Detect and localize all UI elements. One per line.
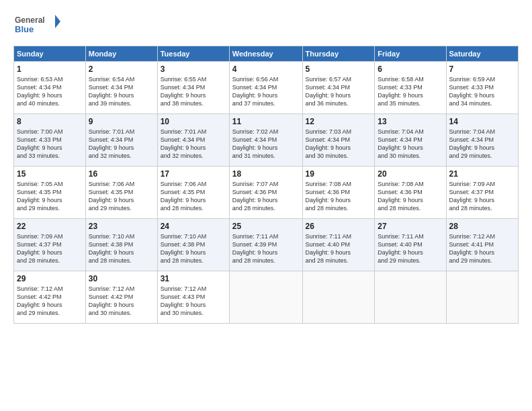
day-info: Sunrise: 7:08 AM Sunset: 4:36 PM Dayligh…	[378, 180, 443, 213]
day-number: 24	[161, 222, 226, 231]
svg-text:General: General	[15, 15, 45, 25]
day-cell: 12Sunrise: 7:03 AM Sunset: 4:34 PM Dayli…	[302, 114, 375, 167]
day-number: 6	[378, 64, 443, 74]
day-info: Sunrise: 6:59 AM Sunset: 4:33 PM Dayligh…	[449, 75, 515, 108]
logo-svg: General Blue	[13, 12, 60, 39]
col-header-friday: Friday	[375, 46, 446, 62]
col-header-saturday: Saturday	[446, 46, 518, 62]
day-cell	[229, 271, 302, 324]
week-row-2: 8Sunrise: 7:00 AM Sunset: 4:33 PM Daylig…	[14, 114, 519, 167]
day-cell: 21Sunrise: 7:09 AM Sunset: 4:37 PM Dayli…	[446, 167, 518, 219]
calendar-body: 1Sunrise: 6:53 AM Sunset: 4:34 PM Daylig…	[14, 62, 519, 324]
header-row: SundayMondayTuesdayWednesdayThursdayFrid…	[14, 46, 519, 62]
day-cell: 16Sunrise: 7:06 AM Sunset: 4:35 PM Dayli…	[85, 167, 157, 219]
day-info: Sunrise: 7:03 AM Sunset: 4:34 PM Dayligh…	[306, 128, 372, 161]
day-info: Sunrise: 7:12 AM Sunset: 4:41 PM Dayligh…	[449, 232, 515, 265]
day-info: Sunrise: 7:01 AM Sunset: 4:34 PM Dayligh…	[161, 128, 226, 161]
day-info: Sunrise: 7:11 AM Sunset: 4:39 PM Dayligh…	[232, 232, 300, 265]
day-cell: 11Sunrise: 7:02 AM Sunset: 4:34 PM Dayli…	[229, 114, 302, 167]
day-cell: 18Sunrise: 7:07 AM Sunset: 4:36 PM Dayli…	[229, 167, 302, 219]
day-info: Sunrise: 7:06 AM Sunset: 4:35 PM Dayligh…	[89, 180, 154, 213]
day-number: 22	[17, 222, 83, 231]
day-cell	[302, 271, 375, 324]
day-number: 13	[378, 117, 443, 126]
day-cell: 17Sunrise: 7:06 AM Sunset: 4:35 PM Dayli…	[157, 167, 229, 219]
week-row-3: 15Sunrise: 7:05 AM Sunset: 4:35 PM Dayli…	[14, 167, 519, 219]
col-header-tuesday: Tuesday	[157, 46, 229, 62]
day-info: Sunrise: 6:54 AM Sunset: 4:34 PM Dayligh…	[89, 75, 154, 108]
svg-marker-2	[55, 15, 60, 28]
day-number: 31	[161, 274, 226, 283]
day-info: Sunrise: 7:00 AM Sunset: 4:33 PM Dayligh…	[17, 128, 83, 161]
day-cell: 19Sunrise: 7:08 AM Sunset: 4:36 PM Dayli…	[302, 167, 375, 219]
day-number: 10	[161, 117, 226, 126]
day-info: Sunrise: 6:53 AM Sunset: 4:34 PM Dayligh…	[17, 75, 83, 108]
day-cell: 9Sunrise: 7:01 AM Sunset: 4:34 PM Daylig…	[85, 114, 157, 167]
day-info: Sunrise: 7:12 AM Sunset: 4:42 PM Dayligh…	[17, 285, 83, 318]
day-number: 18	[232, 169, 300, 179]
week-row-4: 22Sunrise: 7:09 AM Sunset: 4:37 PM Dayli…	[14, 219, 519, 271]
day-number: 25	[232, 222, 300, 231]
day-number: 19	[306, 169, 372, 179]
day-number: 15	[17, 169, 83, 179]
day-cell: 28Sunrise: 7:12 AM Sunset: 4:41 PM Dayli…	[446, 219, 518, 271]
day-info: Sunrise: 7:12 AM Sunset: 4:43 PM Dayligh…	[161, 285, 226, 318]
day-number: 23	[89, 222, 154, 231]
day-info: Sunrise: 7:06 AM Sunset: 4:35 PM Dayligh…	[161, 180, 226, 213]
day-cell: 30Sunrise: 7:12 AM Sunset: 4:42 PM Dayli…	[85, 271, 157, 324]
day-number: 30	[89, 274, 154, 283]
day-cell: 25Sunrise: 7:11 AM Sunset: 4:39 PM Dayli…	[229, 219, 302, 271]
calendar-table: SundayMondayTuesdayWednesdayThursdayFrid…	[13, 46, 519, 324]
page: General Blue SundayMondayTuesdayWednesda…	[0, 0, 532, 411]
day-number: 12	[306, 117, 372, 126]
header: General Blue	[13, 12, 519, 39]
day-number: 11	[232, 117, 300, 126]
day-info: Sunrise: 7:04 AM Sunset: 4:34 PM Dayligh…	[449, 128, 515, 161]
logo: General Blue	[13, 12, 60, 39]
day-cell: 15Sunrise: 7:05 AM Sunset: 4:35 PM Dayli…	[14, 167, 86, 219]
day-number: 14	[449, 117, 515, 126]
day-cell: 20Sunrise: 7:08 AM Sunset: 4:36 PM Dayli…	[375, 167, 446, 219]
day-info: Sunrise: 7:05 AM Sunset: 4:35 PM Dayligh…	[17, 180, 83, 213]
day-cell: 2Sunrise: 6:54 AM Sunset: 4:34 PM Daylig…	[85, 62, 157, 114]
day-info: Sunrise: 7:09 AM Sunset: 4:37 PM Dayligh…	[17, 232, 83, 265]
day-number: 5	[306, 64, 372, 74]
col-header-wednesday: Wednesday	[229, 46, 302, 62]
day-info: Sunrise: 7:04 AM Sunset: 4:34 PM Dayligh…	[378, 128, 443, 161]
day-cell: 10Sunrise: 7:01 AM Sunset: 4:34 PM Dayli…	[157, 114, 229, 167]
day-info: Sunrise: 7:10 AM Sunset: 4:38 PM Dayligh…	[161, 232, 226, 265]
day-number: 9	[89, 117, 154, 126]
day-cell: 31Sunrise: 7:12 AM Sunset: 4:43 PM Dayli…	[157, 271, 229, 324]
day-number: 7	[449, 64, 515, 74]
day-cell: 29Sunrise: 7:12 AM Sunset: 4:42 PM Dayli…	[14, 271, 86, 324]
day-cell: 5Sunrise: 6:57 AM Sunset: 4:34 PM Daylig…	[302, 62, 375, 114]
col-header-monday: Monday	[85, 46, 157, 62]
day-number: 28	[449, 222, 515, 231]
week-row-1: 1Sunrise: 6:53 AM Sunset: 4:34 PM Daylig…	[14, 62, 519, 114]
day-cell	[446, 271, 518, 324]
day-info: Sunrise: 6:56 AM Sunset: 4:34 PM Dayligh…	[232, 75, 300, 108]
day-cell: 3Sunrise: 6:55 AM Sunset: 4:34 PM Daylig…	[157, 62, 229, 114]
day-cell: 26Sunrise: 7:11 AM Sunset: 4:40 PM Dayli…	[302, 219, 375, 271]
day-info: Sunrise: 7:11 AM Sunset: 4:40 PM Dayligh…	[306, 232, 372, 265]
day-number: 2	[89, 64, 154, 74]
day-info: Sunrise: 7:01 AM Sunset: 4:34 PM Dayligh…	[89, 128, 154, 161]
week-row-5: 29Sunrise: 7:12 AM Sunset: 4:42 PM Dayli…	[14, 271, 519, 324]
day-number: 27	[378, 222, 443, 231]
day-cell: 14Sunrise: 7:04 AM Sunset: 4:34 PM Dayli…	[446, 114, 518, 167]
day-number: 17	[161, 169, 226, 179]
day-cell: 23Sunrise: 7:10 AM Sunset: 4:38 PM Dayli…	[85, 219, 157, 271]
col-header-thursday: Thursday	[302, 46, 375, 62]
calendar-header: SundayMondayTuesdayWednesdayThursdayFrid…	[14, 46, 519, 62]
day-info: Sunrise: 7:09 AM Sunset: 4:37 PM Dayligh…	[449, 180, 515, 213]
day-info: Sunrise: 7:07 AM Sunset: 4:36 PM Dayligh…	[232, 180, 300, 213]
day-number: 4	[232, 64, 300, 74]
svg-text:Blue: Blue	[15, 24, 34, 34]
day-info: Sunrise: 6:57 AM Sunset: 4:34 PM Dayligh…	[306, 75, 372, 108]
day-cell: 7Sunrise: 6:59 AM Sunset: 4:33 PM Daylig…	[446, 62, 518, 114]
day-info: Sunrise: 7:11 AM Sunset: 4:40 PM Dayligh…	[378, 232, 443, 265]
day-cell: 22Sunrise: 7:09 AM Sunset: 4:37 PM Dayli…	[14, 219, 86, 271]
day-info: Sunrise: 7:10 AM Sunset: 4:38 PM Dayligh…	[89, 232, 154, 265]
day-cell: 24Sunrise: 7:10 AM Sunset: 4:38 PM Dayli…	[157, 219, 229, 271]
day-cell: 6Sunrise: 6:58 AM Sunset: 4:33 PM Daylig…	[375, 62, 446, 114]
